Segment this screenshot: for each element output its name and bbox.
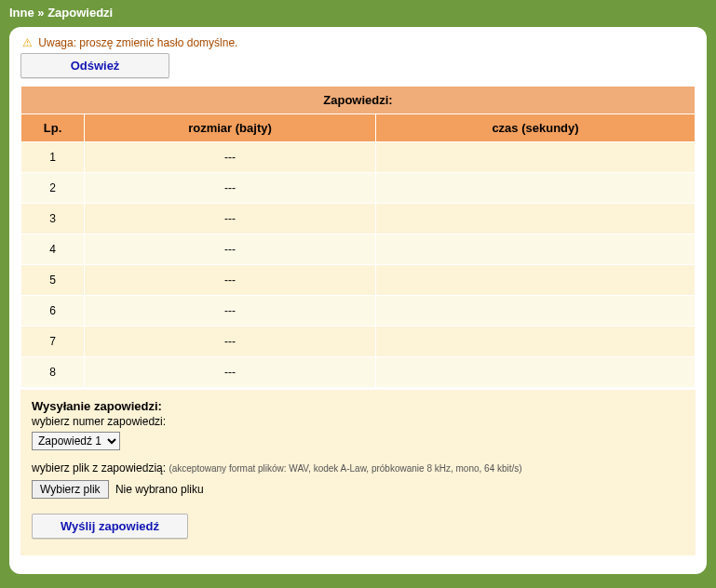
cell-time: [376, 357, 695, 387]
cell-time: [376, 204, 695, 234]
table-row: 3---: [21, 204, 695, 234]
cell-lp: 5: [21, 265, 84, 295]
choose-file-button[interactable]: Wybierz plik: [32, 480, 109, 499]
breadcrumb: Inne » Zapowiedzi: [0, 0, 716, 27]
cell-time: [376, 173, 695, 203]
cell-lp: 1: [21, 142, 84, 172]
upload-section: Wysyłanie zapowiedzi: wybierz numer zapo…: [20, 390, 696, 555]
announcements-table: Zapowiedzi: Lp. rozmiar (bajty) czas (se…: [20, 86, 696, 388]
table-title: Zapowiedzi:: [21, 87, 695, 114]
refresh-button[interactable]: Odśwież: [20, 53, 169, 78]
main-panel: ⚠ Uwaga: proszę zmienić hasło domyślne. …: [9, 27, 707, 574]
col-header-time: czas (sekundy): [376, 114, 695, 141]
cell-time: [376, 142, 695, 172]
cell-size: ---: [85, 234, 375, 264]
warning-icon: ⚠: [20, 36, 34, 49]
table-row: 7---: [21, 327, 695, 356]
cell-lp: 2: [21, 173, 84, 203]
cell-lp: 6: [21, 296, 84, 326]
table-row: 1---: [21, 142, 695, 172]
table-row: 6---: [21, 296, 695, 326]
file-hint: (akceptowany format plików: WAV, kodek A…: [169, 463, 521, 474]
cell-size: ---: [85, 204, 375, 234]
cell-lp: 7: [21, 327, 84, 356]
cell-time: [376, 296, 695, 326]
upload-title: Wysyłanie zapowiedzi:: [32, 399, 684, 413]
file-label: wybierz plik z zapowiedzią:: [32, 461, 166, 474]
file-status: Nie wybrano pliku: [115, 483, 204, 496]
cell-size: ---: [85, 357, 375, 387]
col-header-lp: Lp.: [21, 114, 84, 141]
cell-time: [376, 265, 695, 295]
select-label: wybierz numer zapowiedzi:: [32, 415, 684, 428]
cell-size: ---: [85, 296, 375, 326]
cell-lp: 3: [21, 204, 84, 234]
table-row: 5---: [21, 265, 695, 295]
col-header-size: rozmiar (bajty): [85, 114, 375, 141]
warning-text: Uwaga: proszę zmienić hasło domyślne.: [38, 36, 237, 49]
cell-lp: 8: [21, 357, 84, 387]
send-button[interactable]: Wyślij zapowiedź: [32, 514, 188, 539]
table-row: 2---: [21, 173, 695, 203]
cell-time: [376, 327, 695, 356]
warning-message: ⚠ Uwaga: proszę zmienić hasło domyślne.: [20, 36, 696, 49]
table-row: 8---: [21, 357, 695, 387]
cell-size: ---: [85, 173, 375, 203]
announcement-number-select[interactable]: Zapowiedź 1: [32, 432, 120, 450]
table-row: 4---: [21, 234, 695, 264]
cell-size: ---: [85, 265, 375, 295]
cell-size: ---: [85, 327, 375, 356]
cell-lp: 4: [21, 234, 84, 264]
cell-time: [376, 234, 695, 264]
cell-size: ---: [85, 142, 375, 172]
